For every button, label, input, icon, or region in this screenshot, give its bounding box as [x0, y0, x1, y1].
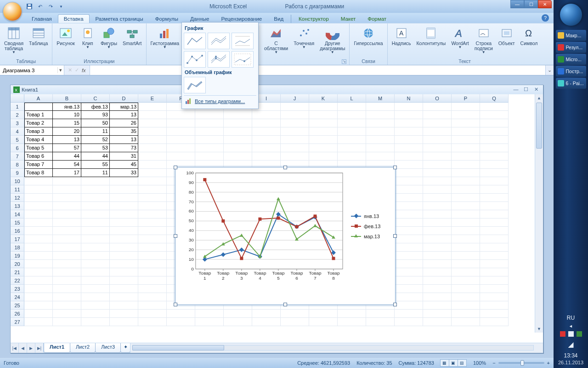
- cell[interactable]: [110, 202, 138, 210]
- row-header[interactable]: 24: [11, 293, 24, 301]
- cell[interactable]: [252, 152, 281, 161]
- row-header[interactable]: 12: [11, 194, 24, 202]
- cell[interactable]: [24, 243, 53, 252]
- new-sheet-button[interactable]: ✦: [120, 343, 130, 353]
- cell[interactable]: [138, 268, 167, 276]
- cell[interactable]: [53, 260, 81, 268]
- cell[interactable]: [395, 252, 423, 260]
- cell[interactable]: [252, 310, 281, 318]
- cell[interactable]: [395, 318, 423, 326]
- cell[interactable]: [395, 276, 423, 285]
- cell[interactable]: [110, 285, 138, 293]
- zoom-out-button[interactable]: −: [492, 360, 495, 366]
- scroll-up-icon[interactable]: ▲: [535, 94, 543, 102]
- row-header[interactable]: 5: [11, 136, 24, 144]
- cell[interactable]: [281, 127, 309, 136]
- row-header[interactable]: 21: [11, 268, 24, 276]
- row-header[interactable]: 18: [11, 243, 24, 252]
- row-header[interactable]: 19: [11, 252, 24, 260]
- cell[interactable]: [423, 202, 452, 210]
- row-header[interactable]: 14: [11, 210, 24, 218]
- cell[interactable]: [24, 301, 53, 310]
- cell[interactable]: [81, 202, 110, 210]
- row-header[interactable]: 16: [11, 227, 24, 235]
- cell[interactable]: [309, 119, 338, 127]
- chart-subtype-line-markers[interactable]: [184, 51, 206, 68]
- cell[interactable]: [423, 127, 452, 136]
- cell[interactable]: 52: [81, 136, 110, 144]
- cell[interactable]: [53, 276, 81, 285]
- cell[interactable]: 26: [110, 119, 138, 127]
- row-header[interactable]: 1: [11, 103, 24, 111]
- cell[interactable]: [24, 218, 53, 227]
- cell[interactable]: [138, 276, 167, 285]
- cell[interactable]: [53, 202, 81, 210]
- cell[interactable]: [281, 119, 309, 127]
- cell[interactable]: [395, 136, 423, 144]
- cell[interactable]: [24, 177, 53, 185]
- workbook-maximize-icon[interactable]: ☐: [522, 86, 530, 93]
- tab-view[interactable]: Вид: [268, 14, 289, 23]
- cell[interactable]: [195, 318, 224, 326]
- maximize-button[interactable]: ☐: [524, 0, 538, 8]
- row-header[interactable]: 6: [11, 144, 24, 152]
- cell[interactable]: [423, 243, 452, 252]
- cell[interactable]: [480, 276, 509, 285]
- cell[interactable]: 20: [53, 127, 81, 136]
- cell[interactable]: [338, 103, 366, 111]
- cell[interactable]: [24, 276, 53, 285]
- cell[interactable]: [452, 136, 480, 144]
- cell[interactable]: [53, 318, 81, 326]
- cell[interactable]: [423, 318, 452, 326]
- cell[interactable]: [195, 136, 224, 144]
- cell[interactable]: [309, 318, 338, 326]
- cell[interactable]: [53, 268, 81, 276]
- cell[interactable]: [110, 252, 138, 260]
- cell[interactable]: [366, 310, 395, 318]
- cell[interactable]: [81, 285, 110, 293]
- cell[interactable]: [24, 235, 53, 243]
- row-header[interactable]: 9: [11, 169, 24, 177]
- cell[interactable]: [281, 103, 309, 111]
- cell[interactable]: 53: [81, 144, 110, 152]
- cell[interactable]: [138, 111, 167, 119]
- cell[interactable]: Товар 7: [24, 161, 53, 169]
- cell[interactable]: [110, 301, 138, 310]
- cell[interactable]: [81, 218, 110, 227]
- workbook-close-icon[interactable]: ✕: [532, 86, 540, 93]
- row-header[interactable]: 27: [11, 318, 24, 326]
- legend-item[interactable]: янв.13: [351, 213, 391, 219]
- cell[interactable]: [480, 285, 509, 293]
- close-button[interactable]: ✕: [538, 0, 552, 8]
- cell[interactable]: 35: [110, 127, 138, 136]
- cell[interactable]: [138, 227, 167, 235]
- cell[interactable]: [224, 119, 252, 127]
- pivot-table-button[interactable]: Сводная таблица▼: [2, 24, 26, 56]
- name-box-dropdown-icon[interactable]: ▾: [57, 67, 64, 73]
- cell[interactable]: [423, 119, 452, 127]
- cell[interactable]: [338, 152, 366, 161]
- cell[interactable]: [110, 210, 138, 218]
- cell[interactable]: [480, 169, 509, 177]
- cell[interactable]: [452, 111, 480, 119]
- cell[interactable]: [423, 301, 452, 310]
- fx-icon[interactable]: fx: [82, 68, 86, 73]
- redo-button[interactable]: ↷: [46, 2, 55, 11]
- cell[interactable]: [480, 227, 509, 235]
- cell[interactable]: фев.13: [81, 103, 110, 111]
- cell[interactable]: [338, 144, 366, 152]
- cell[interactable]: [480, 185, 509, 194]
- cell[interactable]: [138, 301, 167, 310]
- cell[interactable]: [395, 177, 423, 185]
- cell[interactable]: [110, 260, 138, 268]
- textbox-button[interactable]: AНадпись: [390, 24, 413, 47]
- cell[interactable]: 17: [53, 169, 81, 177]
- cell[interactable]: [110, 268, 138, 276]
- cell[interactable]: [423, 310, 452, 318]
- cell[interactable]: [195, 152, 224, 161]
- cell[interactable]: [24, 293, 53, 301]
- cell[interactable]: [138, 260, 167, 268]
- cell[interactable]: [110, 177, 138, 185]
- cell[interactable]: [395, 301, 423, 310]
- cell[interactable]: [480, 111, 509, 119]
